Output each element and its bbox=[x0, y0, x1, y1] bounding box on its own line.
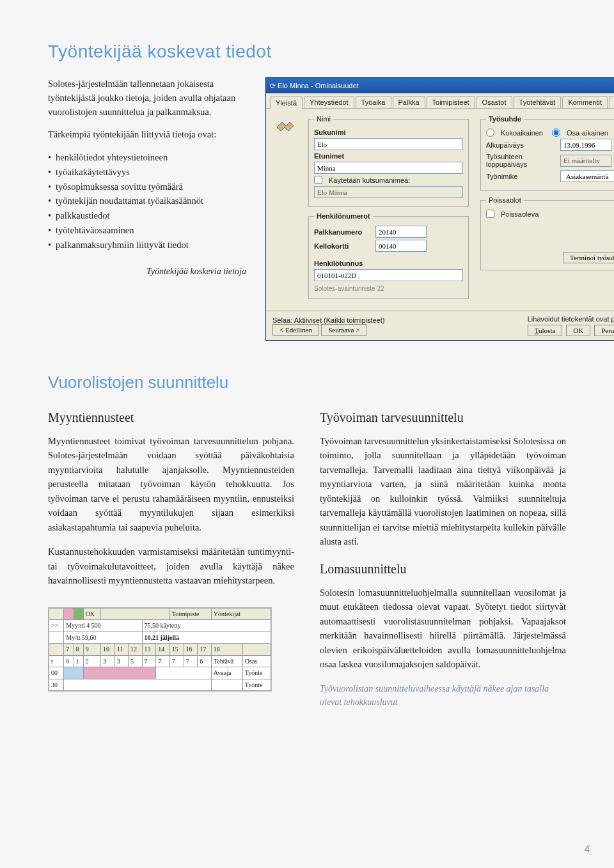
bullet-item: työaikakäytettävyys bbox=[48, 166, 246, 180]
next-button[interactable]: Seuraava > bbox=[321, 324, 366, 336]
tehtava-header: Tehtävä bbox=[211, 655, 242, 667]
myyntiennusteet-p1: Myyntiennusteet toimivat työvoiman tarve… bbox=[48, 434, 294, 534]
page-title: Työntekijää koskevat tiedot bbox=[48, 42, 566, 62]
tab-row: Yleistä Yhteystiedot Työaika Palkka Toim… bbox=[266, 93, 614, 109]
dialog-title: ⟳ Elo Minna - Ominaisuudet bbox=[270, 82, 359, 90]
nimi-legend: Nimi bbox=[314, 115, 333, 123]
status-note: Lihavoidut tietokentät ovat pakollisia. bbox=[528, 315, 614, 323]
tab-ryhmat[interactable]: Ryhmät bbox=[609, 96, 614, 108]
bullet-item: työtehtäväosaaminen bbox=[48, 224, 246, 238]
jaljella-cell: 10,21 jäljellä bbox=[142, 632, 271, 644]
tab-yleista[interactable]: Yleistä bbox=[270, 97, 303, 109]
ok-label: OK bbox=[83, 608, 100, 620]
poissaoleva-label: Poissaoleva bbox=[501, 210, 539, 218]
etunimet-input[interactable] bbox=[314, 162, 463, 174]
kellokortti-label: Kellokortti bbox=[314, 242, 372, 250]
kokoaikainen-label: Kokoaikainen bbox=[501, 129, 543, 137]
bullet-list: henkilötiedot yhteystietoineen työaikakä… bbox=[48, 151, 246, 252]
sukunimi-label: Sukunimi bbox=[314, 128, 372, 136]
henkilotunnus-label: Henkilötunnus bbox=[314, 260, 372, 267]
bullet-item: henkilötiedot yhteystietoineen bbox=[48, 151, 246, 165]
status-selaa: Selaa: Aktiiviset (Kaikki toimipisteet) bbox=[272, 316, 384, 324]
osa-aikainen-label: Osa-aikainen bbox=[567, 129, 608, 137]
page-number: 4 bbox=[585, 843, 590, 854]
henkilonumerot-legend: Henkilönumerot bbox=[314, 212, 373, 220]
osa-aikainen-radio[interactable] bbox=[552, 128, 560, 137]
loppupaivays-label: Työsuhteen loppupäiväys bbox=[486, 153, 556, 168]
myyntiennusteet-p2: Kustannustehokkuuden varmistamiseksi mää… bbox=[48, 545, 294, 587]
section-title: Vuorolistojen suunnittelu bbox=[48, 373, 566, 392]
alkupaivays-input[interactable] bbox=[560, 139, 611, 151]
tyonimike-select[interactable]: Asiakasemäntä bbox=[560, 170, 614, 182]
nimi-group: Nimi Sukunimi Etunimet Käytetään kutsuma… bbox=[308, 115, 469, 207]
tab-osastot[interactable]: Osastot bbox=[476, 96, 512, 108]
tab-palkka[interactable]: Palkka bbox=[393, 96, 425, 108]
titlebar: ⟳ Elo Minna - Ominaisuudet X bbox=[266, 78, 614, 93]
myynti-cell: Myynti 4 500 bbox=[64, 620, 142, 632]
kokoaikainen-radio[interactable] bbox=[486, 128, 494, 137]
osas-header: Osas bbox=[242, 655, 271, 667]
avaintunniste-label: Solotes-avaintunniste 22 bbox=[314, 285, 463, 292]
employee-dialog: ⟳ Elo Minna - Ominaisuudet X Yleistä Yht… bbox=[265, 77, 614, 341]
lomasuunnittelu-heading: Lomasuunnittelu bbox=[320, 559, 566, 579]
tulosta-button[interactable]: TTulostaulosta bbox=[528, 325, 563, 336]
tab-toimipisteet[interactable]: Toimipisteet bbox=[427, 96, 475, 108]
palkkanumero-input[interactable] bbox=[375, 226, 427, 238]
poissaolot-group: Poissaolot Poissaoleva Terminoi työsuhde… bbox=[480, 196, 614, 270]
kutsumanimi-check[interactable] bbox=[314, 176, 322, 184]
handshake-icon bbox=[274, 115, 297, 138]
bullet-item: työsopimuksessa sovittu työmäärä bbox=[48, 180, 246, 194]
tyovoiman-heading: Työvoiman tarvesuunnittelu bbox=[320, 408, 566, 428]
myyntiennusteet-heading: Myyntiennusteet bbox=[48, 408, 294, 428]
sukunimi-input[interactable] bbox=[314, 138, 463, 150]
bullet-item: palkkaustiedot bbox=[48, 209, 246, 223]
dialog-caption: Työntekijää koskevia tietoja bbox=[48, 265, 246, 278]
mytt-cell: My/tt 59,60 bbox=[64, 632, 142, 644]
terminoi-button[interactable]: Terminoi työsuhde... bbox=[563, 252, 614, 263]
kutsumanimi-input bbox=[314, 186, 463, 198]
intro-text: Solotes-järjestelmään tallennetaan jokai… bbox=[48, 77, 246, 119]
schedule-screenshot: OK Toimipiste Yöntekijät >> Myynti 4 500… bbox=[48, 607, 272, 692]
tab-kommentit[interactable]: Kommentit bbox=[562, 96, 608, 108]
app-icon: ⟳ bbox=[270, 82, 276, 89]
tyosuhde-group: Työsuhde Kokoaikainen Osa-aikainen Alkup… bbox=[480, 115, 614, 191]
expand-button[interactable]: >> bbox=[49, 620, 64, 632]
schedule-caption: Työvuorolistan suunnitteluvaiheessa käyt… bbox=[320, 682, 566, 709]
kutsumanimi-label: Käytetään kutsumanimeä: bbox=[329, 176, 410, 184]
alkupaivays-label: Alkupäiväys bbox=[486, 141, 556, 149]
loppupaivays-input bbox=[560, 155, 611, 167]
tyontekijat-header: Yöntekijät bbox=[211, 608, 271, 620]
prev-button[interactable]: < Edellinen bbox=[272, 324, 319, 336]
tyonte-cell: Työnte bbox=[242, 667, 271, 679]
etunimet-label: Etunimet bbox=[314, 152, 372, 160]
tab-tyoaika[interactable]: Työaika bbox=[356, 96, 391, 108]
poissaoleva-check[interactable] bbox=[486, 210, 494, 218]
bullet-item: palkanmaksuryhmiin liittyvät tiedot bbox=[48, 238, 246, 252]
tab-tyotehtavat[interactable]: Työtehtävät bbox=[514, 96, 562, 108]
poissaolot-legend: Poissaolot bbox=[486, 196, 524, 204]
kaytetty-cell: 75,50 käytetty bbox=[142, 620, 271, 632]
peruuta-button[interactable]: Peruuta bbox=[594, 325, 614, 336]
palkkanumero-label: Palkkanumero bbox=[314, 228, 372, 236]
tyovoiman-p1: Työvoiman tarvesuunnittelun yksinkertais… bbox=[320, 434, 566, 549]
henkilotunnus-input[interactable] bbox=[314, 269, 463, 281]
ok-button[interactable]: OK bbox=[566, 325, 590, 336]
tyonte-cell-2: Työnte bbox=[242, 679, 271, 691]
lomasuunnittelu-p1: Solotesin lomasuunnitteluohjelmalla suun… bbox=[320, 585, 566, 672]
toimipiste-header: Toimipiste bbox=[169, 608, 211, 620]
henkilonumerot-group: Henkilönumerot Palkkanumero Kellokortti … bbox=[308, 212, 469, 299]
avaaja-cell: Avaaja bbox=[211, 667, 242, 679]
list-intro: Tärkeimpiä työntekijään liittyviä tietoj… bbox=[48, 128, 246, 142]
tyosuhde-legend: Työsuhde bbox=[486, 115, 524, 123]
tyonimike-label: Työnimike bbox=[486, 173, 556, 180]
bullet-item: työntekijän noudattamat työaikasäännöt bbox=[48, 194, 246, 208]
tab-yhteystiedot[interactable]: Yhteystiedot bbox=[304, 96, 354, 108]
kellokortti-input[interactable] bbox=[375, 240, 427, 252]
